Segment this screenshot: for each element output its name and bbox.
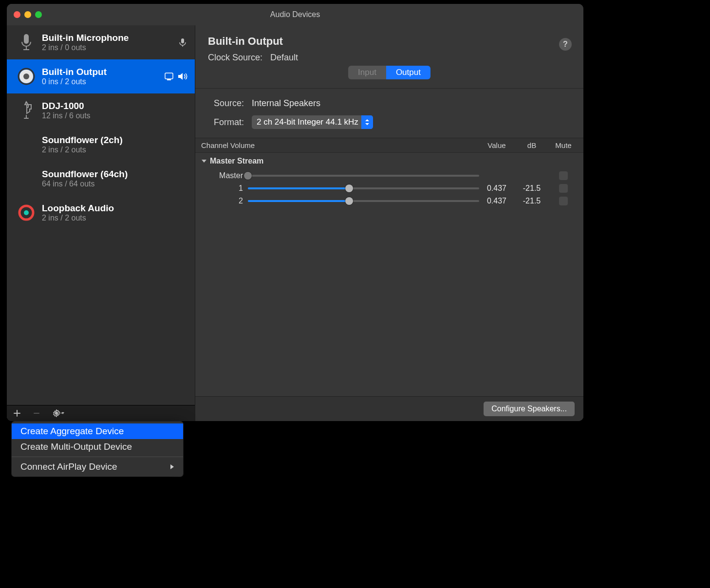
col-mute: Mute	[549, 141, 578, 149]
col-channel: Channel Volume	[201, 141, 479, 149]
device-io: 2 ins / 0 outs	[42, 43, 171, 52]
device-icon	[17, 169, 36, 188]
device-list: Built-in Microphone2 ins / 0 outsBuilt-i…	[7, 25, 195, 405]
device-icon	[17, 101, 36, 120]
device-item[interactable]: DDJ-100012 ins / 6 outs	[7, 93, 195, 128]
svg-rect-8	[165, 73, 173, 79]
col-db: dB	[514, 141, 549, 149]
svg-point-13	[55, 412, 58, 415]
menu-item[interactable]: Create Multi-Output Device	[12, 439, 183, 455]
svg-rect-3	[181, 38, 184, 43]
volume-slider	[248, 171, 479, 180]
menu-item-label: Create Aggregate Device	[20, 426, 124, 437]
tab-output[interactable]: Output	[386, 66, 430, 79]
device-name: Soundflower (2ch)	[42, 135, 182, 146]
volume-slider[interactable]	[248, 184, 479, 193]
traffic-lights	[7, 11, 42, 18]
source-label: Source:	[208, 98, 244, 109]
window-title: Audio Devices	[7, 10, 583, 19]
volume-value: 0.437	[479, 197, 514, 205]
maximize-button[interactable]	[35, 11, 42, 18]
speaker-badge-icon	[177, 72, 188, 81]
device-item[interactable]: Built-in Output0 ins / 2 outs	[7, 59, 195, 93]
system-output-badge-icon	[165, 72, 175, 81]
device-io: 64 ins / 64 outs	[42, 180, 182, 188]
col-value: Value	[479, 141, 514, 149]
menu-item[interactable]: Create Aggregate Device	[12, 423, 183, 439]
menu-item-label: Connect AirPlay Device	[20, 461, 117, 472]
mic-badge-icon	[177, 38, 188, 47]
device-icon	[17, 203, 36, 222]
device-io: 2 ins / 2 outs	[42, 146, 182, 154]
clock-source-label: Clock Source:	[208, 53, 262, 63]
format-label: Format:	[208, 117, 244, 128]
device-io: 2 ins / 2 outs	[42, 214, 182, 222]
device-item[interactable]: Built-in Microphone2 ins / 0 outs	[7, 25, 195, 59]
device-name: Soundflower (64ch)	[42, 169, 182, 180]
svg-point-10	[25, 102, 27, 104]
channel-name: Master	[201, 171, 248, 180]
volume-row: 20.437-21.5	[195, 195, 583, 207]
device-icon	[17, 135, 36, 154]
stream-title: Master Stream	[210, 157, 263, 165]
stepper-arrows-icon	[361, 115, 373, 129]
stream-disclosure[interactable]: Master Stream	[195, 153, 583, 169]
channel-name: 2	[201, 197, 248, 205]
volume-row: 10.437-21.5	[195, 182, 583, 195]
device-io: 12 ins / 6 outs	[42, 111, 182, 120]
io-tabs: Input Output	[348, 66, 430, 79]
svg-rect-0	[24, 34, 29, 44]
sidebar-toolbar	[7, 405, 195, 421]
add-device-menu: Create Aggregate DeviceCreate Multi-Outp…	[12, 422, 183, 477]
remove-device-button[interactable]	[33, 410, 40, 417]
svg-point-7	[23, 74, 29, 79]
device-sidebar: Built-in Microphone2 ins / 0 outsBuilt-i…	[7, 25, 195, 421]
submenu-arrow-icon	[169, 464, 174, 470]
volume-db: -21.5	[514, 184, 549, 193]
channel-name: 1	[201, 184, 248, 193]
device-item[interactable]: Soundflower (64ch)64 ins / 64 outs	[7, 162, 195, 196]
device-icon	[17, 67, 36, 86]
menu-separator	[12, 457, 183, 457]
device-item[interactable]: Loopback Audio2 ins / 2 outs	[7, 196, 195, 230]
device-name: DDJ-1000	[42, 101, 182, 111]
menu-item-label: Create Multi-Output Device	[20, 441, 132, 452]
device-item[interactable]: Soundflower (2ch)2 ins / 2 outs	[7, 128, 195, 162]
volume-db: -21.5	[514, 197, 549, 205]
configure-speakers-button[interactable]: Configure Speakers...	[484, 402, 575, 416]
mute-checkbox[interactable]	[559, 184, 568, 193]
gear-menu-button[interactable]	[53, 409, 66, 417]
device-detail-panel: Built-in Output Clock Source: Default ? …	[195, 25, 583, 421]
format-value: 2 ch 24-bit Integer 44.1 kHz	[257, 117, 358, 127]
svg-rect-9	[167, 79, 171, 80]
volume-table-header: Channel Volume Value dB Mute	[195, 138, 583, 153]
format-select[interactable]: 2 ch 24-bit Integer 44.1 kHz	[252, 115, 373, 129]
volume-slider[interactable]	[248, 197, 479, 205]
add-device-button[interactable]	[14, 410, 20, 417]
tab-input[interactable]: Input	[348, 66, 386, 79]
device-io: 0 ins / 2 outs	[42, 77, 159, 86]
device-name: Built-in Microphone	[42, 33, 171, 43]
close-button[interactable]	[14, 11, 20, 18]
svg-point-12	[24, 210, 29, 215]
volume-value: 0.437	[479, 184, 514, 193]
device-name: Loopback Audio	[42, 203, 182, 214]
volume-row: Master	[195, 169, 583, 182]
menu-connect-airplay[interactable]: Connect AirPlay Device	[12, 459, 183, 475]
device-name: Built-in Output	[42, 67, 159, 77]
device-title: Built-in Output	[208, 35, 571, 48]
mute-checkbox[interactable]	[559, 197, 568, 205]
chevron-down-icon	[201, 158, 207, 164]
mute-checkbox[interactable]	[559, 171, 568, 180]
source-value: Internal Speakers	[252, 98, 320, 109]
clock-source-value: Default	[270, 53, 298, 63]
device-icon	[17, 33, 36, 52]
minimize-button[interactable]	[24, 11, 31, 18]
audio-devices-window: Audio Devices Built-in Microphone2 ins /…	[7, 4, 583, 421]
titlebar: Audio Devices	[7, 4, 583, 25]
help-button[interactable]: ?	[559, 38, 572, 51]
